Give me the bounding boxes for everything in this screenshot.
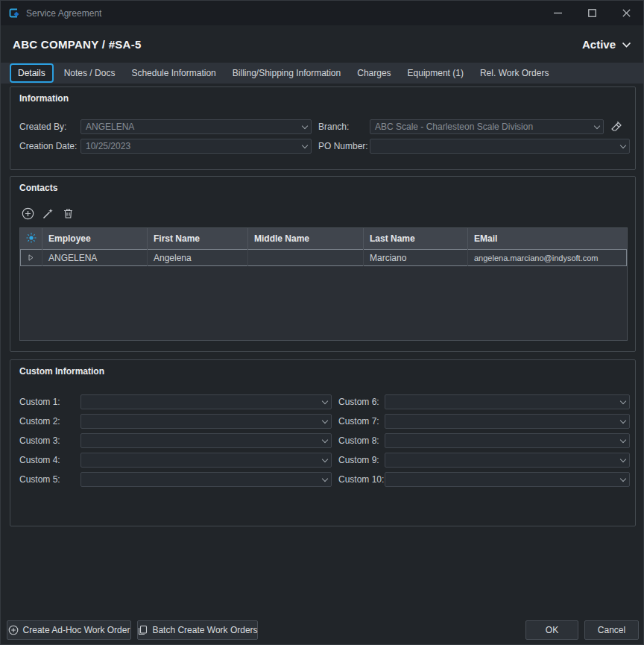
column-header-middle-name[interactable]: Middle Name <box>248 228 364 249</box>
column-header-first-name[interactable]: First Name <box>148 228 248 249</box>
contacts-group: Contacts Employee First Name M <box>10 176 636 352</box>
cell-employee: ANGELENA <box>42 249 148 266</box>
row-expander-icon[interactable] <box>28 253 34 263</box>
service-agreement-window: Service Agreement ABC COMPANY / #SA-5 Ac… <box>0 0 644 645</box>
ok-label: OK <box>546 625 558 635</box>
contacts-group-title: Contacts <box>19 183 57 193</box>
tab-notes-docs[interactable]: Notes / Docs <box>56 63 124 84</box>
custom-2-label: Custom 2: <box>19 414 60 429</box>
status-dropdown[interactable]: Active <box>582 37 631 51</box>
contacts-toolbar <box>21 207 75 220</box>
custom-6-label: Custom 6: <box>338 394 379 409</box>
custom-information-group: Custom Information Custom 1: Custom 6: C… <box>10 359 636 526</box>
column-chooser-button[interactable] <box>20 228 42 249</box>
custom-10-label: Custom 10: <box>338 472 384 487</box>
branch-label: Branch: <box>318 119 349 134</box>
chevron-down-icon <box>318 395 331 409</box>
cell-middle-name <box>248 249 364 266</box>
custom-3-label: Custom 3: <box>19 433 60 448</box>
chevron-down-icon <box>616 434 629 447</box>
table-empty-area <box>20 266 627 340</box>
create-adhoc-label: Create Ad-Hoc Work Order <box>23 625 130 635</box>
minimize-button[interactable] <box>540 1 575 25</box>
tab-details[interactable]: Details <box>10 63 54 83</box>
tab-equipment[interactable]: Equipment (1) <box>400 63 472 84</box>
contact-row[interactable]: ANGELENA Angelena Marciano angelena.marc… <box>20 249 627 266</box>
chevron-down-icon <box>616 453 629 467</box>
custom-6-dropdown[interactable] <box>385 394 630 409</box>
custom-5-label: Custom 5: <box>19 472 60 487</box>
chevron-down-icon <box>318 434 331 447</box>
column-header-employee[interactable]: Employee <box>42 228 148 249</box>
sun-icon <box>26 233 37 245</box>
tab-billing-shipping-information[interactable]: Billing/Shipping Information <box>224 63 349 84</box>
creation-date-dropdown[interactable]: 10/25/2023 <box>80 139 312 154</box>
contacts-table: Employee First Name Middle Name Last Nam… <box>19 227 628 341</box>
chevron-down-icon <box>298 120 311 133</box>
chevron-down-icon <box>616 395 629 409</box>
chevron-down-icon <box>616 139 629 153</box>
custom-4-dropdown[interactable] <box>80 453 332 468</box>
status-value: Active <box>582 38 616 51</box>
custom-1-label: Custom 1: <box>19 394 60 409</box>
window-controls <box>540 1 643 25</box>
tab-charges[interactable]: Charges <box>349 63 399 84</box>
created-by-label: Created By: <box>19 119 66 134</box>
custom-10-dropdown[interactable] <box>385 472 630 487</box>
batch-create-work-orders-button[interactable]: Batch Create Work Orders <box>137 620 258 640</box>
ok-button[interactable]: OK <box>525 620 578 640</box>
custom-1-dropdown[interactable] <box>80 394 332 409</box>
branch-dropdown[interactable]: ABC Scale - Charlesteon Scale Division <box>370 119 604 134</box>
information-group-title: Information <box>19 93 69 104</box>
custom-8-dropdown[interactable] <box>385 433 630 448</box>
branch-value: ABC Scale - Charlesteon Scale Division <box>370 122 590 132</box>
chevron-down-icon <box>318 473 331 486</box>
close-button[interactable] <box>609 1 643 25</box>
custom-9-label: Custom 9: <box>338 453 379 468</box>
custom-7-dropdown[interactable] <box>385 414 630 429</box>
chevron-down-icon <box>318 453 331 467</box>
chevron-down-icon <box>622 37 631 51</box>
custom-information-group-title: Custom Information <box>19 366 104 377</box>
maximize-button[interactable] <box>575 1 609 25</box>
po-number-dropdown[interactable] <box>370 139 630 154</box>
custom-3-dropdown[interactable] <box>80 433 332 448</box>
custom-2-dropdown[interactable] <box>80 414 332 429</box>
tab-schedule-information[interactable]: Schedule Information <box>123 63 224 84</box>
chevron-down-icon <box>616 415 629 428</box>
created-by-value: ANGELENA <box>81 122 298 132</box>
created-by-dropdown[interactable]: ANGELENA <box>80 119 312 134</box>
documents-icon <box>137 625 148 635</box>
chevron-down-icon <box>298 139 311 153</box>
custom-7-label: Custom 7: <box>338 414 379 429</box>
information-group: Information Created By: ANGELENA Branch:… <box>10 86 636 170</box>
cancel-label: Cancel <box>598 625 625 635</box>
eraser-icon[interactable] <box>610 120 623 133</box>
batch-create-label: Batch Create Work Orders <box>152 625 257 635</box>
custom-8-label: Custom 8: <box>338 433 379 448</box>
chevron-down-icon <box>590 120 603 133</box>
custom-4-label: Custom 4: <box>19 453 60 468</box>
column-header-last-name[interactable]: Last Name <box>364 228 468 249</box>
cell-email: angelena.marciano@indysoft.com <box>468 249 627 266</box>
create-adhoc-work-order-button[interactable]: Create Ad-Hoc Work Order <box>7 620 131 640</box>
tab-bar: Details Notes / Docs Schedule Informatio… <box>1 63 643 84</box>
delete-contact-icon[interactable] <box>61 207 75 220</box>
cell-last-name: Marciano <box>364 249 468 266</box>
cancel-button[interactable]: Cancel <box>584 620 639 640</box>
window-title: Service Agreement <box>26 8 101 19</box>
custom-9-dropdown[interactable] <box>385 453 630 468</box>
magic-wand-icon[interactable] <box>41 207 54 220</box>
cell-first-name: Angelena <box>148 249 248 266</box>
column-header-email[interactable]: EMail <box>468 228 627 249</box>
record-header: ABC COMPANY / #SA-5 Active <box>1 25 643 63</box>
custom-5-dropdown[interactable] <box>80 472 332 487</box>
tab-rel-work-orders[interactable]: Rel. Work Orders <box>472 63 557 84</box>
circle-plus-icon <box>8 625 19 635</box>
creation-date-value: 10/25/2023 <box>81 141 298 151</box>
app-icon <box>7 7 20 19</box>
po-number-label: PO Number: <box>318 139 368 154</box>
titlebar: Service Agreement <box>1 1 643 25</box>
add-contact-icon[interactable] <box>21 207 34 220</box>
chevron-down-icon <box>616 473 629 486</box>
